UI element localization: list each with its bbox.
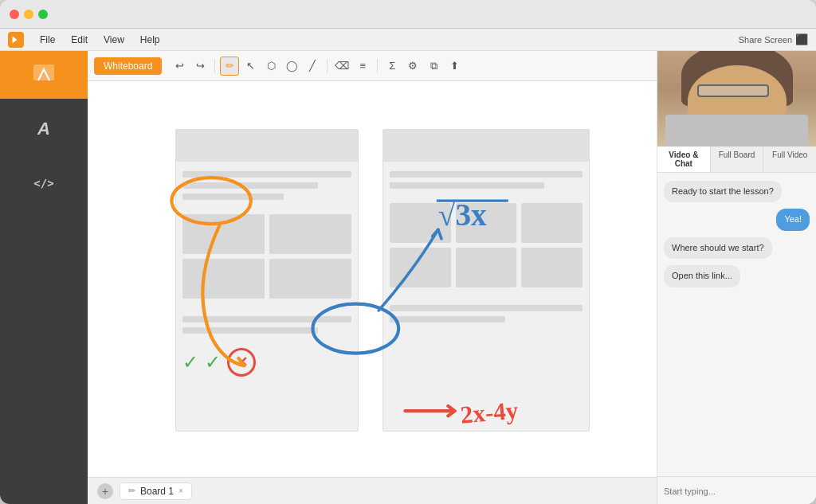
- check-1: ✓: [182, 351, 198, 373]
- menu-view[interactable]: View: [97, 33, 131, 47]
- board-close-icon[interactable]: ×: [178, 486, 183, 495]
- board-tab-1[interactable]: ✏ Board 1 ×: [120, 483, 192, 500]
- right-panel: Video & Chat Full Board Full Video Ready…: [657, 51, 816, 504]
- menu-file[interactable]: File: [33, 33, 61, 47]
- toolbar-sep-3: [377, 59, 378, 73]
- toolbar-sep-1: [214, 59, 215, 73]
- mockup-header-right: [383, 130, 589, 162]
- sidebar-tool-code[interactable]: </>: [16, 159, 72, 207]
- share-screen-button[interactable]: Share Screen ⬛: [739, 33, 808, 45]
- main-content: A </> Whiteboard ↩ ↪ ✏ ↖ ⬡ ◯ ╱ ⌫ ≡: [0, 51, 816, 504]
- chat-area: Ready to start the lesson? Yea! Where sh…: [657, 173, 816, 476]
- layers-icon[interactable]: ⧉: [424, 57, 443, 76]
- center-panel: Whiteboard ↩ ↪ ✏ ↖ ⬡ ◯ ╱ ⌫ ≡ Σ ⚙ ⧉ ⬆: [88, 51, 657, 504]
- cross-icon: ✕: [227, 348, 256, 377]
- sidebar-logo-icon: [24, 55, 64, 95]
- pen-tool-icon[interactable]: ✏: [220, 57, 239, 76]
- chat-message-4: Open this link...: [664, 265, 740, 287]
- video-area: [657, 51, 816, 147]
- app-window: File Edit View Help Share Screen ⬛: [0, 0, 816, 504]
- line-tool-icon[interactable]: ╱: [303, 57, 322, 76]
- mockup-lines-right: [383, 168, 589, 197]
- chat-input[interactable]: [664, 486, 810, 496]
- tab-video-chat[interactable]: Video & Chat: [657, 147, 711, 172]
- mockup-checks: ✓ ✓ ✕: [176, 342, 358, 383]
- bottom-tab-bar: + ✏ Board 1 ×: [88, 477, 657, 504]
- undo-icon[interactable]: ↩: [170, 57, 189, 76]
- menu-help[interactable]: Help: [134, 33, 167, 47]
- chat-input-area: [657, 476, 816, 504]
- lasso-tool-icon[interactable]: ⬡: [261, 57, 280, 76]
- add-board-button[interactable]: +: [97, 483, 113, 499]
- toolbar: Whiteboard ↩ ↪ ✏ ↖ ⬡ ◯ ╱ ⌫ ≡ Σ ⚙ ⧉ ⬆: [88, 51, 657, 81]
- mockup-grid-right: [383, 197, 589, 294]
- upload-icon[interactable]: ⬆: [445, 57, 464, 76]
- mockup-lines-left: [176, 168, 358, 208]
- right-panel-tabs: Video & Chat Full Board Full Video: [657, 147, 816, 173]
- redo-icon[interactable]: ↪: [190, 57, 210, 76]
- whiteboard-area[interactable]: ✓ ✓ ✕: [88, 81, 657, 477]
- maximize-button[interactable]: [38, 10, 48, 19]
- mockup-page-left: ✓ ✓ ✕: [175, 129, 359, 432]
- mockup-lines-2-left: [176, 313, 358, 342]
- align-tool-icon[interactable]: ≡: [353, 57, 372, 76]
- chat-message-1: Ready to start the lesson?: [664, 181, 782, 202]
- chat-message-2: Yea!: [776, 209, 810, 230]
- close-button[interactable]: [10, 10, 19, 19]
- chat-message-3: Where should we start?: [664, 237, 772, 259]
- sidebar-tool-text[interactable]: A: [16, 105, 72, 153]
- menu-bar: File Edit View Help Share Screen ⬛: [0, 29, 816, 51]
- cursor-tool-icon[interactable]: ↖: [241, 57, 260, 76]
- check-2: ✓: [205, 351, 221, 373]
- menu-right: Share Screen ⬛: [739, 33, 808, 45]
- toolbar-sep-2: [327, 59, 328, 73]
- svg-rect-0: [33, 64, 54, 80]
- pencil-icon: ✏: [128, 486, 135, 496]
- title-bar: [0, 0, 816, 29]
- app-logo: [8, 32, 24, 48]
- tab-full-board[interactable]: Full Board: [711, 147, 764, 172]
- left-sidebar: A </>: [0, 51, 88, 504]
- board-tab-name: Board 1: [140, 486, 174, 497]
- sidebar-logo-area: [0, 51, 88, 99]
- mockup-grid-left: [176, 208, 358, 305]
- whiteboard-tab[interactable]: Whiteboard: [94, 57, 162, 75]
- traffic-lights: [10, 10, 48, 19]
- eraser-tool-icon[interactable]: ⌫: [332, 57, 351, 76]
- video-placeholder: [657, 51, 816, 147]
- settings-icon[interactable]: ⚙: [403, 57, 422, 76]
- mockup-header-left: [176, 130, 358, 162]
- shape-tool-icon[interactable]: ◯: [282, 57, 301, 76]
- sum-icon[interactable]: Σ: [382, 57, 402, 76]
- menu-edit[interactable]: Edit: [65, 33, 94, 47]
- mockup-page-right: [382, 129, 590, 432]
- minimize-button[interactable]: [24, 10, 33, 19]
- tab-full-video[interactable]: Full Video: [763, 147, 816, 172]
- mockup-lines-2-right: [383, 302, 589, 330]
